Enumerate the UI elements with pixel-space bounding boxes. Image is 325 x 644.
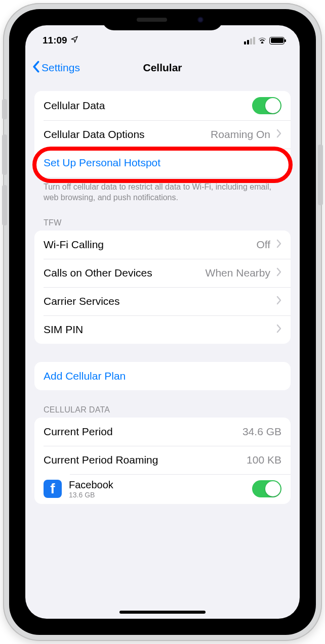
cellular-footer: Turn off cellular data to restrict all d…: [44, 182, 281, 203]
cellular-data-options-value: Roaming On: [211, 128, 270, 141]
group-carrier: Wi-Fi Calling Off Calls on Other Devices…: [34, 231, 291, 344]
current-period-value: 34.6 GB: [242, 426, 281, 438]
wifi-calling-value: Off: [256, 239, 270, 251]
sim-pin-label: SIM PIN: [44, 324, 270, 336]
volume-up-button: [2, 134, 7, 175]
chevron-right-icon: [276, 239, 281, 250]
sim-pin-row[interactable]: SIM PIN: [34, 315, 291, 344]
status-time: 11:09: [43, 35, 67, 46]
screen: 11:09: [25, 25, 300, 619]
back-label: Settings: [42, 62, 80, 74]
phone-bezel: 11:09: [9, 9, 316, 635]
cellular-signal-icon: [244, 37, 255, 44]
svg-point-0: [262, 41, 263, 43]
app-facebook-toggle[interactable]: [252, 480, 281, 497]
phone-frame: 11:09: [3, 3, 322, 641]
cellular-data-row[interactable]: Cellular Data: [34, 91, 291, 120]
volume-down-button: [2, 185, 7, 225]
content-scroll[interactable]: Cellular Data Cellular Data Options Roam…: [25, 82, 300, 619]
carrier-services-row[interactable]: Carrier Services: [34, 287, 291, 315]
home-indicator[interactable]: [119, 611, 206, 614]
chevron-right-icon: [276, 324, 281, 335]
carrier-header: TFW: [44, 218, 281, 227]
page-title: Cellular: [143, 62, 182, 74]
cellular-data-options-row[interactable]: Cellular Data Options Roaming On: [34, 120, 291, 149]
battery-icon: [269, 37, 285, 44]
current-period-roaming-label: Current Period Roaming: [44, 454, 240, 466]
wifi-calling-row[interactable]: Wi-Fi Calling Off: [34, 231, 291, 259]
calls-other-devices-label: Calls on Other Devices: [44, 267, 199, 279]
add-cellular-plan-row[interactable]: Add Cellular Plan: [34, 362, 291, 390]
add-cellular-plan-label: Add Cellular Plan: [44, 370, 281, 382]
cellular-data-header: CELLULAR DATA: [44, 405, 281, 415]
current-period-row[interactable]: Current Period 34.6 GB: [34, 418, 291, 446]
mute-switch: [2, 99, 7, 119]
notch: [102, 9, 223, 30]
current-period-roaming-value: 100 KB: [247, 454, 281, 466]
chevron-right-icon: [276, 267, 281, 279]
group-cellular: Cellular Data Cellular Data Options Roam…: [34, 91, 291, 177]
personal-hotspot-row[interactable]: Set Up Personal Hotspot: [34, 149, 291, 177]
group-usage: Current Period 34.6 GB Current Period Ro…: [34, 418, 291, 504]
group-add-plan: Add Cellular Plan: [34, 362, 291, 390]
current-period-roaming-row[interactable]: Current Period Roaming 100 KB: [34, 446, 291, 474]
cellular-data-label: Cellular Data: [44, 100, 246, 112]
calls-other-devices-row[interactable]: Calls on Other Devices When Nearby: [34, 259, 291, 287]
speaker-grille: [137, 18, 167, 22]
wifi-icon: [258, 35, 267, 46]
facebook-icon: f: [44, 480, 62, 498]
app-name-label: Facebook: [69, 479, 245, 491]
cellular-data-toggle[interactable]: [252, 97, 281, 114]
wifi-calling-label: Wi-Fi Calling: [44, 239, 250, 251]
back-button[interactable]: Settings: [32, 61, 80, 75]
carrier-services-label: Carrier Services: [44, 295, 270, 307]
nav-bar: Settings Cellular: [25, 54, 300, 82]
chevron-left-icon: [32, 61, 40, 75]
calls-other-devices-value: When Nearby: [206, 267, 270, 279]
chevron-right-icon: [276, 296, 281, 307]
location-icon: [70, 35, 78, 46]
cellular-data-options-label: Cellular Data Options: [44, 128, 205, 141]
app-usage-label: 13.6 GB: [69, 491, 245, 499]
chevron-right-icon: [276, 129, 281, 140]
current-period-label: Current Period: [44, 426, 236, 438]
app-facebook-row[interactable]: f Facebook 13.6 GB: [34, 474, 291, 504]
power-button: [318, 145, 323, 205]
front-camera: [197, 17, 204, 23]
personal-hotspot-label: Set Up Personal Hotspot: [44, 157, 281, 169]
